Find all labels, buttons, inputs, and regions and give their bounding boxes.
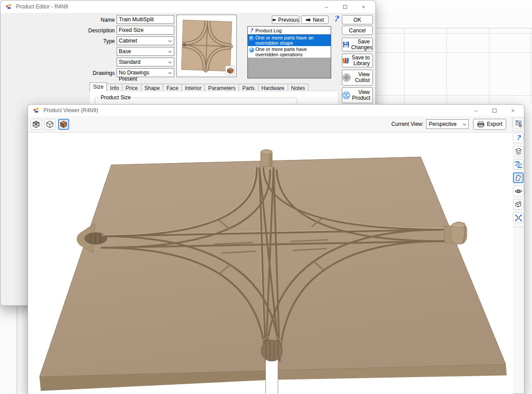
viewer-titlebar[interactable]: Product Viewer (R4N9) – × bbox=[28, 105, 524, 116]
chevron-down-icon bbox=[168, 72, 172, 74]
log-bullet-icon bbox=[249, 36, 254, 41]
log-bullet-icon bbox=[249, 47, 254, 52]
display-options-button[interactable] bbox=[513, 118, 524, 129]
view-product-label: View Product bbox=[352, 90, 370, 101]
ok-button[interactable]: OK bbox=[342, 15, 373, 24]
save-changes-label: Save Changes bbox=[351, 39, 370, 51]
pan-hand-button[interactable] bbox=[513, 172, 524, 183]
tab-shape[interactable]: Shape bbox=[141, 84, 164, 91]
drawings-value: No Drawings Present bbox=[119, 70, 149, 82]
background-window-edge bbox=[17, 306, 17, 394]
log-help-icon: ? bbox=[250, 27, 253, 34]
editor-titlebar[interactable]: Product Editor - R4N9 – × bbox=[0, 0, 376, 13]
zoom-extents-button[interactable] bbox=[513, 212, 524, 223]
screen: Product Editor - R4N9 – × Name Descripti… bbox=[0, 0, 532, 394]
view-mode-hidden-line-button[interactable] bbox=[44, 119, 55, 130]
grid-line bbox=[376, 95, 532, 96]
exploded-box-icon bbox=[515, 201, 522, 208]
description-input[interactable] bbox=[117, 26, 174, 35]
grid-line bbox=[376, 52, 532, 53]
eye-icon bbox=[515, 187, 522, 195]
layers-button[interactable] bbox=[513, 146, 524, 156]
visibility-button[interactable] bbox=[513, 186, 524, 196]
view-product-button[interactable]: 2D 3D View Product bbox=[342, 87, 373, 103]
app-icon bbox=[5, 3, 12, 10]
sidebar-separator bbox=[513, 227, 523, 227]
tab-interior[interactable]: Interior bbox=[181, 84, 205, 91]
close-button[interactable]: × bbox=[504, 105, 522, 116]
view-mode-shaded-button[interactable] bbox=[58, 119, 69, 130]
solid-cube-icon bbox=[60, 121, 67, 128]
library-books-icon bbox=[342, 57, 349, 64]
2d-3d-icon: 2D 3D bbox=[342, 90, 350, 100]
tab-face[interactable]: Face bbox=[163, 84, 182, 91]
help-button[interactable]: ? bbox=[513, 133, 524, 143]
orbit-button[interactable] bbox=[513, 159, 524, 170]
chevron-down-icon bbox=[168, 40, 172, 43]
description-label: Description bbox=[75, 27, 115, 34]
log-entry-text: One or more parts have an overridden sha… bbox=[255, 35, 330, 46]
sidebar-separator bbox=[513, 131, 523, 131]
save-to-library-button[interactable]: Save to Library bbox=[342, 54, 373, 67]
tab-parameters[interactable]: Parameters bbox=[204, 84, 239, 91]
type-value: Cabinet bbox=[119, 38, 137, 44]
tab-hardware[interactable]: Hardware bbox=[258, 84, 288, 91]
minimize-button[interactable]: – bbox=[317, 0, 336, 13]
floppy-disk-icon bbox=[343, 41, 349, 48]
grade-value: Standard bbox=[119, 59, 141, 65]
grade-select[interactable]: Standard bbox=[117, 58, 174, 66]
background-grid-table bbox=[376, 12, 532, 104]
name-input[interactable] bbox=[117, 15, 174, 24]
cube-icon bbox=[227, 67, 234, 74]
log-entry[interactable]: One or more parts have overridden operat… bbox=[248, 46, 331, 58]
tab-size[interactable]: Size bbox=[90, 82, 107, 91]
current-view-select[interactable]: Perspective bbox=[426, 119, 469, 129]
log-entry-selected[interactable]: One or more parts have an overridden sha… bbox=[248, 35, 331, 46]
cancel-label: Cancel bbox=[349, 27, 365, 34]
arrow-left-icon bbox=[272, 18, 276, 22]
export-label: Export bbox=[487, 121, 502, 127]
previous-label: Previous bbox=[278, 17, 299, 23]
view-cutlist-label: View Cutlist bbox=[352, 72, 370, 83]
maximize-button[interactable] bbox=[485, 105, 504, 116]
drawings-select[interactable]: No Drawings Present bbox=[117, 68, 174, 77]
style-value: Base bbox=[119, 48, 131, 55]
editor-title: Product Editor - R4N9 bbox=[16, 4, 68, 10]
viewer-title: Product Viewer (R4N9) bbox=[43, 107, 98, 113]
grid-line bbox=[376, 28, 532, 28]
editor-tabstrip: Size Info Price Shape Face Interior Para… bbox=[90, 83, 308, 91]
orbit-globe-icon bbox=[515, 161, 522, 168]
svg-text:3D: 3D bbox=[346, 96, 349, 98]
name-label: Name bbox=[75, 17, 115, 23]
explode-view-button[interactable] bbox=[513, 199, 524, 210]
grid-line bbox=[489, 28, 489, 104]
save-to-library-label: Save to Library bbox=[351, 55, 370, 66]
grid-line bbox=[376, 33, 532, 34]
wireframe-cube-icon bbox=[32, 121, 40, 128]
next-button[interactable]: Next bbox=[301, 16, 329, 24]
chevron-down-icon bbox=[462, 123, 466, 126]
minimize-button[interactable]: – bbox=[466, 105, 485, 116]
view-mode-wireframe-button[interactable] bbox=[31, 119, 42, 130]
tab-parts[interactable]: Parts bbox=[239, 84, 258, 91]
previous-button[interactable]: Previous bbox=[272, 16, 299, 24]
type-select[interactable]: Cabinet bbox=[117, 36, 174, 45]
view-cutlist-button[interactable]: View Cutlist bbox=[342, 70, 373, 86]
viewer-viewport[interactable] bbox=[28, 132, 513, 394]
grid-line bbox=[404, 28, 405, 104]
cancel-button[interactable]: Cancel bbox=[342, 26, 373, 35]
tab-notes[interactable]: Notes bbox=[288, 84, 309, 91]
connector-slot-bottom bbox=[266, 356, 278, 394]
thumbnail-3d-button[interactable] bbox=[225, 66, 235, 75]
sliders-gear-icon bbox=[515, 120, 522, 127]
viewer-sidebar: ? bbox=[512, 116, 524, 394]
maximize-button[interactable] bbox=[336, 0, 354, 13]
tab-info[interactable]: Info bbox=[106, 84, 122, 91]
style-select[interactable]: Base bbox=[117, 47, 174, 56]
help-icon[interactable]: ? bbox=[334, 14, 338, 23]
grid-line bbox=[531, 28, 531, 104]
close-button[interactable]: × bbox=[354, 0, 373, 13]
save-changes-button[interactable]: Save Changes bbox=[342, 38, 373, 51]
export-button[interactable]: Export bbox=[473, 119, 506, 130]
tab-price[interactable]: Price bbox=[122, 84, 141, 91]
